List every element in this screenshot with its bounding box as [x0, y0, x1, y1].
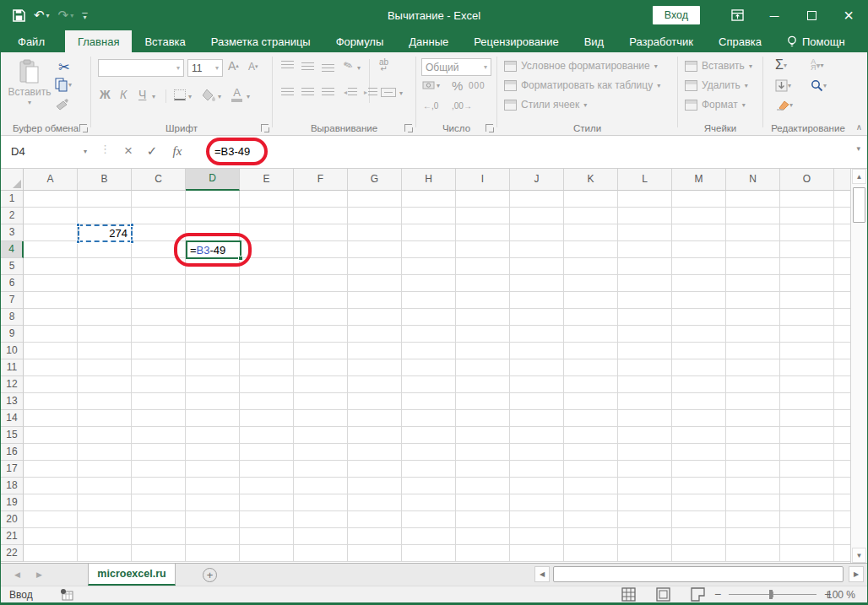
redo-button[interactable]: ↷▾ [58, 8, 74, 23]
column-header[interactable]: F [294, 169, 348, 191]
conditional-formatting-button[interactable]: Условное форматирование▾ [504, 60, 658, 72]
insert-function-button[interactable]: fx [166, 138, 188, 164]
paste-dropdown-icon[interactable]: ▾ [8, 99, 52, 106]
italic-button[interactable]: К [120, 88, 127, 101]
row-header[interactable]: 18 [1, 478, 24, 494]
enter-entry-button[interactable]: ✓ [141, 138, 163, 164]
vertical-scroll-thumb[interactable] [853, 187, 865, 223]
prev-sheet-button[interactable]: ◀ [14, 564, 20, 586]
zoom-slider[interactable] [729, 594, 816, 595]
clipboard-dialog-launcher[interactable] [79, 124, 87, 132]
column-header[interactable]: H [402, 169, 456, 191]
customize-qat-button[interactable]: ─▾ [82, 10, 87, 20]
tab-developer[interactable]: Разработчик [616, 30, 706, 52]
comma-style-button[interactable]: 000 [469, 81, 486, 90]
borders-dropdown-icon[interactable]: ▾ [188, 93, 192, 100]
bold-button[interactable]: Ж [100, 88, 111, 101]
tab-file[interactable]: Файл [1, 30, 62, 52]
row-header[interactable]: 14 [1, 410, 24, 427]
tab-assistant[interactable]: Помощн [774, 30, 858, 52]
column-header[interactable]: A [24, 169, 78, 191]
page-break-view-button[interactable] [691, 587, 705, 602]
expand-formula-bar-icon[interactable]: ▾ [856, 144, 860, 153]
scroll-down-button[interactable]: ▼ [852, 548, 866, 563]
align-bottom-button[interactable] [322, 64, 334, 73]
format-cells-button[interactable]: Формат▾ [685, 99, 746, 111]
font-dialog-launcher[interactable] [261, 124, 269, 132]
save-button[interactable] [13, 9, 25, 22]
cut-button[interactable]: ✂ [55, 57, 73, 76]
row-header[interactable]: 4 [1, 241, 24, 258]
tab-data[interactable]: Данные [396, 30, 461, 52]
font-size-dropdown-icon[interactable]: ▾ [215, 64, 219, 72]
record-macro-button[interactable] [60, 588, 73, 601]
undo-button[interactable]: ↶▾ [34, 8, 50, 23]
row-header[interactable]: 15 [1, 427, 24, 444]
row-header[interactable]: 16 [1, 444, 24, 461]
tab-home[interactable]: Главная [65, 30, 132, 52]
column-header[interactable]: G [348, 169, 402, 191]
borders-button[interactable] [174, 89, 186, 100]
row-header[interactable]: 12 [1, 376, 24, 393]
row-header[interactable]: 20 [1, 511, 24, 528]
scroll-left-button[interactable]: ◀ [534, 566, 550, 582]
underline-dropdown-icon[interactable]: ▾ [152, 93, 155, 100]
zoom-out-button[interactable]: − [714, 587, 721, 601]
collapse-ribbon-button[interactable]: ∧ [856, 122, 862, 132]
number-dialog-launcher[interactable] [486, 124, 493, 132]
find-select-button[interactable]: ▾ [811, 79, 827, 92]
cell-styles-button[interactable]: Стили ячеек▾ [504, 99, 587, 111]
decrease-decimal-button[interactable]: ,00→ [452, 101, 472, 111]
zoom-level[interactable]: 100 % [827, 589, 855, 601]
row-header[interactable]: 19 [1, 494, 24, 511]
column-header[interactable]: J [510, 169, 564, 191]
accounting-format-button[interactable]: ▾ [422, 80, 440, 91]
select-all-corner[interactable] [1, 169, 24, 191]
tab-formulas[interactable]: Формулы [323, 30, 397, 52]
align-left-button[interactable] [281, 88, 294, 96]
minimize-button[interactable]: ─ [756, 0, 793, 30]
delete-cells-button[interactable]: Удалить▾ [685, 79, 748, 91]
font-color-dropdown-icon[interactable]: ▾ [247, 93, 250, 100]
grow-font-button[interactable]: А▴ [228, 59, 239, 73]
fill-color-button[interactable] [203, 89, 216, 101]
font-name-dropdown-icon[interactable]: ▾ [176, 64, 180, 72]
column-header[interactable]: L [618, 169, 672, 191]
vertical-scrollbar[interactable]: ▲ ▼ [850, 169, 867, 563]
row-header[interactable]: 10 [1, 343, 24, 359]
horizontal-scrollbar[interactable]: ◀ ▶ [533, 564, 867, 586]
row-header[interactable]: 6 [1, 275, 24, 292]
tab-view[interactable]: Вид [572, 30, 617, 52]
column-header[interactable]: M [672, 169, 726, 191]
clear-button[interactable]: ▾ [775, 100, 793, 111]
autosum-button[interactable]: Σ▾ [775, 57, 787, 73]
align-center-button[interactable] [301, 88, 314, 96]
font-name-combobox[interactable]: ▾ [98, 59, 184, 77]
row-header[interactable]: 5 [1, 258, 24, 275]
orientation-dropdown-icon[interactable]: ▾ [357, 64, 361, 72]
maximize-button[interactable] [793, 0, 830, 30]
column-header[interactable]: C [132, 169, 186, 191]
copy-button[interactable]: ▾ [55, 78, 72, 92]
row-header[interactable]: 7 [1, 292, 24, 309]
add-sheet-button[interactable]: + [203, 568, 217, 582]
font-color-button[interactable]: А [231, 88, 242, 102]
font-size-combobox[interactable]: 11▾ [187, 59, 223, 77]
close-button[interactable]: × [830, 0, 867, 30]
column-header[interactable]: N [726, 169, 780, 191]
zoom-slider-handle[interactable] [769, 590, 773, 599]
align-middle-button[interactable] [301, 62, 314, 71]
fill-button[interactable]: ▾ [775, 79, 791, 92]
column-header[interactable]: I [456, 169, 510, 191]
decrease-indent-button[interactable]: ◂ [344, 88, 357, 96]
row-header[interactable]: 13 [1, 393, 24, 410]
page-layout-view-button[interactable] [656, 587, 670, 602]
row-header[interactable]: 8 [1, 309, 24, 326]
align-right-button[interactable] [322, 88, 334, 96]
row-header[interactable]: 1 [1, 191, 24, 208]
underline-button[interactable]: Ч [138, 88, 146, 101]
row-header[interactable]: 2 [1, 208, 24, 224]
cell-b3[interactable]: 274 [78, 224, 133, 242]
tab-help[interactable]: Справка [706, 30, 774, 52]
horizontal-scroll-thumb[interactable] [553, 566, 844, 582]
